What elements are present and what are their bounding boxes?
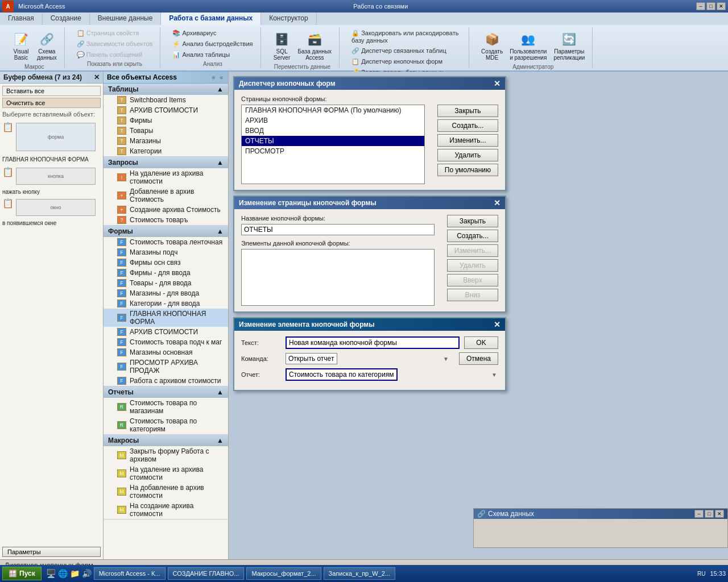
- sw-delete-btn[interactable]: Удалить: [437, 149, 498, 161]
- ep-create-btn[interactable]: Создать...: [447, 230, 498, 242]
- form-items-list[interactable]: [241, 249, 435, 306]
- nav-item-q2[interactable]: +Добавление в архив Стоимость: [104, 186, 228, 205]
- archivist-btn[interactable]: 📚 Архивариус: [169, 28, 255, 38]
- nav-item-f1[interactable]: FСтоимость товара ленточная: [104, 237, 228, 247]
- form-name-input[interactable]: [241, 224, 435, 235]
- nav-item-m3[interactable]: MНа добавление в архив стоимости: [104, 483, 228, 501]
- nav-group-reports-header[interactable]: Отчеты ▲: [104, 386, 228, 398]
- tab-db[interactable]: Работа с базами данных: [161, 13, 261, 25]
- page-item-3[interactable]: ВВОД: [242, 126, 424, 136]
- switchboard-btn[interactable]: 📋 Диспетчер кнопочных форм: [349, 57, 464, 66]
- clipboard-close-icon[interactable]: ✕: [94, 73, 100, 81]
- nav-item-q1[interactable]: !На удаление из архива стоимости: [104, 168, 228, 186]
- nav-item-r1[interactable]: RСтоимость товара по магазинам: [104, 398, 228, 416]
- switchboard-close-icon[interactable]: ✕: [494, 80, 500, 88]
- nav-toggle-btn[interactable]: ≡: [210, 74, 217, 81]
- nav-item-firms[interactable]: TФирмы: [104, 115, 228, 126]
- ok-btn[interactable]: OK: [464, 336, 498, 349]
- ep-down-btn[interactable]: Вниз: [447, 289, 498, 301]
- tab-constructor[interactable]: Конструктор: [261, 13, 316, 25]
- paste-all-btn[interactable]: Вставить все: [2, 86, 101, 96]
- nav-item-f13[interactable]: FРабота с архивом стоимости: [104, 376, 228, 386]
- nav-item-archive-cost[interactable]: TАРХИВ СТОИМОСТИ: [104, 105, 228, 115]
- nav-item-f12[interactable]: FПРОСМОТР АРХИВА ПРОДАЖ: [104, 357, 228, 376]
- taskbar-item-2[interactable]: СОЗДАНИЕ ГЛАВНО...: [168, 567, 245, 580]
- maximize-btn[interactable]: □: [706, 2, 715, 10]
- report-select[interactable]: Стоимость товара по категориям: [286, 368, 398, 381]
- nav-group-forms-header[interactable]: Формы ▲: [104, 226, 228, 237]
- nav-item-goods[interactable]: TТовары: [104, 126, 228, 136]
- taskbar-item-4[interactable]: Записка_к_пр_W_2...: [324, 567, 396, 580]
- minimize-btn[interactable]: –: [696, 2, 705, 10]
- ep-delete-btn[interactable]: Удалить: [447, 259, 498, 272]
- encode-btn[interactable]: 🔒 Закодировать или раскодировать базу да…: [349, 28, 464, 45]
- nav-item-f10[interactable]: FСтоимость товара подч к маг: [104, 337, 228, 347]
- tab-home[interactable]: Главная: [0, 13, 43, 25]
- nav-item-m2[interactable]: MНа удаление из архива стоимости: [104, 464, 228, 483]
- schema-btn[interactable]: 🔗 Схемаданных: [34, 28, 60, 63]
- nav-item-f9[interactable]: FАРХИВ СТОИМОСТИ: [104, 327, 228, 337]
- nav-item-f8[interactable]: FГЛАВНАЯ КНОПОЧНАЯ ФОРМА: [104, 309, 228, 327]
- nav-item-f6[interactable]: FМагазины - для ввода: [104, 288, 228, 298]
- nav-item-switchboard[interactable]: TSwitchboard Items: [104, 95, 228, 105]
- params-btn[interactable]: Параметры: [2, 547, 101, 557]
- sw-create-btn[interactable]: Создать...: [437, 119, 498, 132]
- cancel-btn[interactable]: Отмена: [459, 352, 498, 365]
- edit-page-close-icon[interactable]: ✕: [494, 199, 500, 207]
- command-select[interactable]: Открыть отчет: [286, 353, 337, 364]
- nav-item-r2[interactable]: RСтоимость товара по категориям: [104, 416, 228, 434]
- edit-element-close-icon[interactable]: ✕: [494, 321, 500, 329]
- page-item-2[interactable]: АРХИВ: [242, 115, 424, 126]
- perf-analysis-btn[interactable]: ⚡ Анализ быстродействия: [169, 39, 255, 49]
- nav-item-shops[interactable]: TМагазины: [104, 136, 228, 146]
- ep-close-btn[interactable]: Закрыть: [447, 215, 498, 227]
- close-btn[interactable]: ✕: [717, 2, 726, 10]
- ep-edit-btn[interactable]: Изменить...: [447, 244, 498, 257]
- tab-external[interactable]: Внешние данные: [90, 13, 162, 25]
- sw-edit-btn[interactable]: Изменить...: [437, 134, 498, 147]
- nav-item-f4[interactable]: FФирмы - для ввода: [104, 268, 228, 278]
- nav-item-q3[interactable]: +Создание архива Стоимость: [104, 205, 228, 215]
- nav-item-f2[interactable]: FМагазины подч: [104, 247, 228, 257]
- nav-item-f7[interactable]: FКатегории - для ввода: [104, 298, 228, 309]
- nav-group-macros-header[interactable]: Макросы ▲: [104, 435, 228, 446]
- text-input[interactable]: [286, 336, 460, 349]
- nav-group-tables-header[interactable]: Таблицы ▲: [104, 84, 228, 95]
- sw-close-btn[interactable]: Закрыть: [437, 105, 498, 117]
- nav-item-f3[interactable]: FФирмы осн связ: [104, 257, 228, 268]
- start-button[interactable]: 🪟 Пуск: [2, 567, 42, 580]
- replication-btn[interactable]: 🔄 Параметрырепликации: [551, 28, 588, 63]
- taskbar-item-3[interactable]: Макросы_формат_2...: [246, 567, 321, 580]
- schema-min-btn[interactable]: –: [694, 510, 704, 518]
- users-btn[interactable]: 👥 Пользователии разрешения: [507, 28, 549, 63]
- visual-basic-btn[interactable]: 📝 VisualBasic: [9, 28, 33, 63]
- sw-default-btn[interactable]: По умолчанию: [437, 164, 498, 176]
- properties-page-btn[interactable]: 📋 Страница свойств: [74, 28, 156, 38]
- nav-item-f5[interactable]: FТовары - для ввода: [104, 278, 228, 288]
- clipboard-icon-2: 📋: [2, 167, 14, 177]
- messages-panel-btn[interactable]: 💬 Панель сообщений: [74, 50, 156, 60]
- nav-collapse-btn[interactable]: «: [218, 74, 225, 81]
- taskbar-item-1[interactable]: Microsoft Access - К...: [94, 567, 166, 580]
- sql-server-btn[interactable]: 🗄️ SQLServer: [270, 28, 294, 63]
- page-item-5[interactable]: ПРОСМОТР: [242, 146, 424, 156]
- dependencies-btn[interactable]: 🔗 Зависимости объектов: [74, 39, 156, 49]
- nav-item-m1[interactable]: MЗакрыть форму Работа с архивом: [104, 446, 228, 464]
- tab-create[interactable]: Создание: [43, 13, 90, 25]
- access-db-btn[interactable]: 🗃️ База данныхAccess: [295, 28, 335, 63]
- schema-max-btn[interactable]: □: [705, 510, 714, 518]
- nav-item-q4[interactable]: ?Стоимость товаръ: [104, 215, 228, 225]
- create-mde-btn[interactable]: 📦 СоздатьMDE: [478, 28, 506, 63]
- nav-item-cats[interactable]: TКатегории: [104, 146, 228, 156]
- linked-tables-btn[interactable]: 🔗 Диспетчер связанных таблиц: [349, 46, 464, 56]
- pages-list[interactable]: ГЛАВНАЯ КНОПОЧНАЯ ФОРМА (По умолчанию) А…: [241, 105, 425, 184]
- nav-item-f11[interactable]: FМагазины основная: [104, 347, 228, 357]
- nav-item-m4[interactable]: MНа создание архива стоимости: [104, 501, 228, 519]
- ep-up-btn[interactable]: Вверх: [447, 274, 498, 286]
- clear-all-btn[interactable]: Очистить все: [2, 98, 101, 108]
- nav-group-queries-header[interactable]: Запросы ▲: [104, 157, 228, 168]
- page-item-4[interactable]: ОТЧЕТЫ: [242, 136, 424, 146]
- schema-close-btn[interactable]: ✕: [715, 510, 724, 518]
- page-item-1[interactable]: ГЛАВНАЯ КНОПОЧНАЯ ФОРМА (По умолчанию): [242, 105, 424, 115]
- table-analysis-btn[interactable]: 📊 Анализ таблицы: [169, 50, 255, 60]
